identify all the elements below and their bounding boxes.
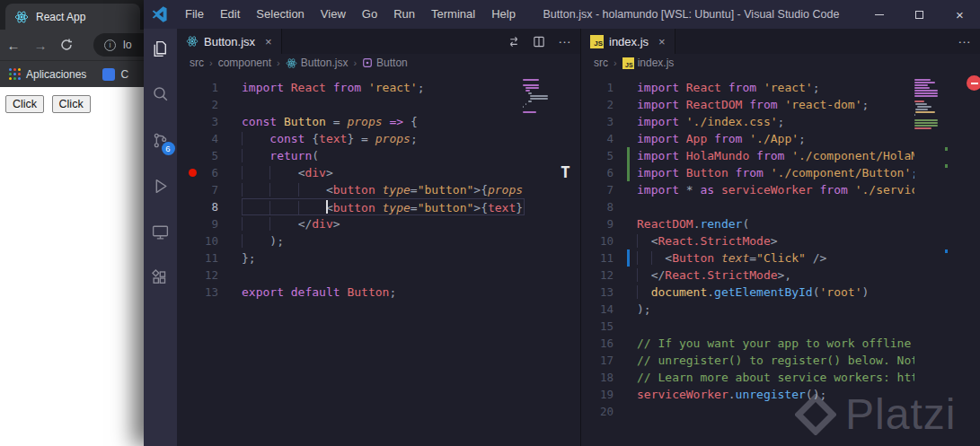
url-text: lo [123,39,132,51]
minimap-left[interactable] [523,79,550,114]
code-line[interactable]: 11}; [177,249,525,267]
line-number: 9 [211,215,218,232]
code-line[interactable]: 2import ReactDOM from 'react-dom'; [581,96,914,113]
breadcrumb-separator: › [209,57,213,68]
code-line[interactable]: 4 const {text} = props; [177,130,525,147]
breadcrumb-item[interactable]: Button [362,57,408,69]
minimap-line [914,101,924,102]
line-text: const {text} = props; [242,130,525,147]
browser-tab[interactable]: React App [5,4,140,30]
bookmark-apps-label[interactable]: Aplicaciones [26,68,86,81]
code-line[interactable]: 17// unregister() to register() below. N… [581,352,914,369]
bookmark-label[interactable]: C [120,68,128,81]
click-button-1[interactable]: Click [5,95,44,113]
search-icon[interactable] [150,83,172,105]
explorer-icon[interactable] [150,38,172,59]
close-button[interactable]: × [940,0,980,29]
code-line[interactable]: 1import React from 'react'; [177,79,525,96]
breadcrumb-item[interactable]: src [594,57,608,69]
maximize-button[interactable] [899,0,940,29]
more-actions-icon[interactable]: … [958,31,971,46]
code-line[interactable]: 7import * as serviceWorker from './servi… [581,181,914,198]
click-button-2[interactable]: Click [52,95,91,113]
code-line[interactable]: 14); [581,301,914,318]
menu-terminal[interactable]: Terminal [423,0,483,29]
code-line[interactable]: 8 [581,198,914,215]
code-line[interactable]: 6import Button from './component/Button'… [581,164,914,181]
remote-explorer-icon[interactable] [150,221,172,242]
run-debug-icon[interactable] [150,175,172,197]
tab-close-icon[interactable]: × [658,35,666,48]
code-line[interactable]: 3import './index.css'; [581,113,914,130]
line-text: <button type="button">{text} [242,198,525,215]
minimize-button[interactable] [859,0,899,29]
tab-button-jsx[interactable]: Button.jsx × [177,29,282,54]
code-line[interactable]: 8 <button type="button">{text} [177,198,525,215]
code-editor-left[interactable]: 1import React from 'react';23const Butto… [177,72,525,446]
tab-index-js[interactable]: JS index.js × [581,29,675,54]
info-icon[interactable]: i [104,39,116,51]
code-editor-right[interactable]: 1import React from 'react';2import React… [581,72,914,446]
code-line[interactable]: 4import App from './App'; [581,130,914,147]
menu-view[interactable]: View [313,0,354,29]
code-line[interactable]: 11 <Button text="Click" /> [581,249,914,267]
gutter: 12 [581,267,637,284]
more-actions-icon[interactable]: … [558,31,571,46]
gutter: 13 [581,284,637,301]
open-changes-icon[interactable] [508,35,520,48]
code-line[interactable]: 12 [177,267,525,284]
code-line[interactable]: 20 [581,403,914,420]
code-line[interactable]: 2 [177,96,525,113]
bookmark-icon[interactable] [102,68,115,81]
code-line[interactable]: 9 </div> [177,215,525,232]
code-line[interactable]: 7 <button type="button">{props [177,181,525,198]
line-text: import App from './App'; [637,130,914,147]
code-line[interactable]: 5import HolaMundo from './component/Hola… [581,147,914,164]
source-control-icon[interactable]: 6 [150,129,172,151]
extensions-icon[interactable] [150,267,172,288]
code-line[interactable]: 13 document.getElementById('root') [581,284,914,301]
menu-run[interactable]: Run [385,0,423,29]
line-number: 8 [606,198,614,215]
breadcrumb-item[interactable]: src [190,57,204,69]
menu-edit[interactable]: Edit [212,0,248,29]
apps-grid-icon[interactable] [9,68,21,80]
code-line[interactable]: 18// Learn more about service workers: h… [581,369,914,386]
minimap-line [530,95,548,97]
code-line[interactable]: 10 <React.StrictMode> [581,232,914,249]
minimap-line [528,101,532,102]
code-line[interactable]: 9ReactDOM.render( [581,215,914,232]
breadcrumb-item[interactable]: JSindex.js [622,57,675,69]
menu-file[interactable]: File [177,0,212,29]
minimap-right[interactable] [914,79,941,133]
split-editor-icon[interactable] [533,35,545,48]
code-line[interactable]: 1import React from 'react'; [581,79,914,96]
line-number: 1 [211,79,218,96]
line-number: 7 [606,181,614,198]
minimap-line [914,90,938,92]
forward-icon[interactable]: → [27,38,54,53]
menu-help[interactable]: Help [483,0,524,29]
menu-go[interactable]: Go [354,0,385,29]
line-text: const Button = props => { [242,113,525,130]
code-line[interactable]: 5 return( [177,147,525,164]
code-line[interactable]: 10 ); [177,232,525,249]
code-line[interactable]: 19serviceWorker.unregister(); [581,386,914,403]
reload-icon[interactable] [59,38,74,52]
notification-red-icon[interactable] [967,75,980,91]
vscode-window: FileEditSelectionViewGoRunTerminalHelp B… [144,0,980,446]
breadcrumb-item[interactable]: Button.jsx [286,57,349,69]
breakpoint-icon[interactable] [189,169,197,177]
code-line[interactable]: 16// If you want your app to work offlin… [581,335,914,352]
code-line[interactable]: 3const Button = props => { [177,113,525,130]
code-line[interactable]: 15 [581,318,914,335]
code-line[interactable]: 6 <div> [177,164,525,181]
code-line[interactable]: 12 </React.StrictMode>, [581,267,914,284]
line-text: // Learn more about service workers: htt [637,369,914,386]
tab-close-icon[interactable]: × [265,35,272,48]
back-icon[interactable]: ← [0,38,27,53]
breadcrumb-item[interactable]: component [218,57,271,69]
menu-selection[interactable]: Selection [248,0,312,29]
minimap-line [525,90,530,92]
code-line[interactable]: 13export default Button; [177,284,525,301]
